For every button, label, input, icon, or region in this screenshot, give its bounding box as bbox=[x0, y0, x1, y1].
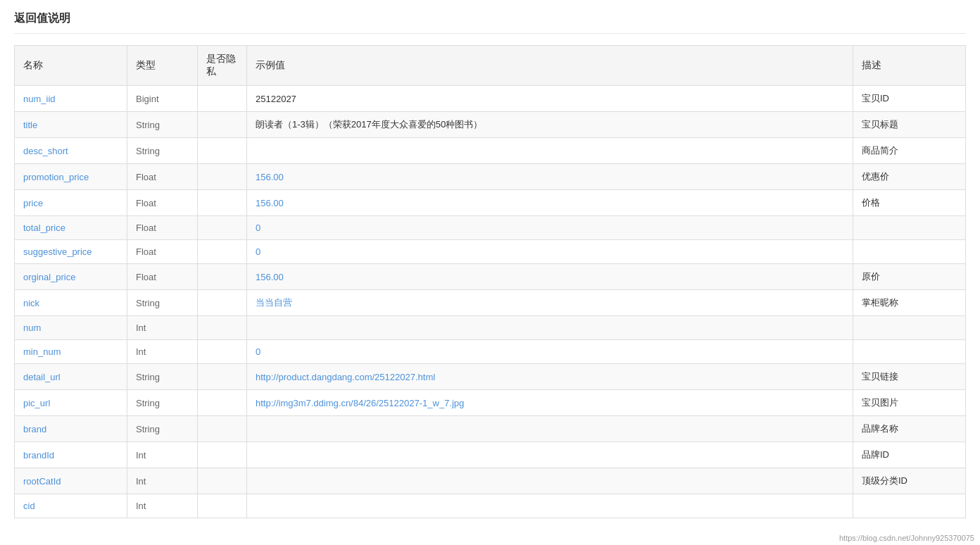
cell-desc: 掌柜昵称 bbox=[853, 290, 966, 316]
example-value: 156.00 bbox=[256, 272, 284, 282]
table-row: nickString当当自营掌柜昵称 bbox=[15, 290, 966, 316]
cell-is-private bbox=[198, 468, 247, 494]
cell-is-private bbox=[198, 494, 247, 518]
cell-is-private bbox=[198, 86, 247, 112]
cell-type: Int bbox=[127, 442, 198, 468]
cell-type: String bbox=[127, 390, 198, 416]
table-row: titleString朗读者（1-3辑）（荣获2017年度大众喜爱的50种图书）… bbox=[15, 112, 966, 138]
name-link[interactable]: min_num bbox=[23, 346, 61, 357]
cell-name[interactable]: brand bbox=[15, 416, 127, 442]
table-row: brandIdInt品牌ID bbox=[15, 442, 966, 468]
cell-desc bbox=[853, 340, 966, 364]
cell-name[interactable]: total_price bbox=[15, 216, 127, 240]
cell-desc: 商品简介 bbox=[853, 138, 966, 164]
cell-desc bbox=[853, 240, 966, 264]
name-link[interactable]: title bbox=[23, 120, 37, 130]
cell-example[interactable]: http://product.dangdang.com/25122027.htm… bbox=[247, 364, 853, 390]
example-value: 0 bbox=[256, 346, 260, 357]
cell-type: String bbox=[127, 364, 198, 390]
name-link[interactable]: pic_url bbox=[23, 398, 50, 408]
cell-name[interactable]: orginal_price bbox=[15, 264, 127, 290]
cell-type: Float bbox=[127, 264, 198, 290]
table-row: rootCatIdInt顶级分类ID bbox=[15, 468, 966, 494]
return-value-table: 名称 类型 是否隐私 示例值 描述 num_iidBigint25122027宝… bbox=[14, 45, 966, 518]
cell-example: 156.00 bbox=[247, 164, 853, 190]
cell-desc: 品牌ID bbox=[853, 442, 966, 468]
name-link[interactable]: brandId bbox=[23, 450, 54, 461]
page-title: 返回值说明 bbox=[14, 11, 966, 34]
header-desc: 描述 bbox=[853, 46, 966, 86]
cell-name[interactable]: detail_url bbox=[15, 364, 127, 390]
cell-name[interactable]: rootCatId bbox=[15, 468, 127, 494]
name-link[interactable]: rootCatId bbox=[23, 476, 61, 487]
cell-example: 0 bbox=[247, 340, 853, 364]
example-value: 156.00 bbox=[256, 172, 284, 182]
header-is-private: 是否隐私 bbox=[198, 46, 247, 86]
table-row: total_priceFloat0 bbox=[15, 216, 966, 240]
example-link[interactable]: http://img3m7.ddimg.cn/84/26/25122027-1_… bbox=[256, 398, 464, 408]
table-row: numInt bbox=[15, 316, 966, 340]
name-link[interactable]: price bbox=[23, 198, 43, 208]
cell-name[interactable]: pic_url bbox=[15, 390, 127, 416]
name-link[interactable]: cid bbox=[23, 501, 35, 511]
cell-is-private bbox=[198, 164, 247, 190]
name-link[interactable]: orginal_price bbox=[23, 272, 75, 282]
cell-desc: 宝贝ID bbox=[853, 86, 966, 112]
cell-name[interactable]: suggestive_price bbox=[15, 240, 127, 264]
name-link[interactable]: detail_url bbox=[23, 372, 61, 382]
cell-type: Float bbox=[127, 240, 198, 264]
table-row: priceFloat156.00价格 bbox=[15, 190, 966, 216]
example-value: 0 bbox=[256, 246, 260, 257]
cell-type: Float bbox=[127, 190, 198, 216]
cell-name[interactable]: nick bbox=[15, 290, 127, 316]
cell-is-private bbox=[198, 340, 247, 364]
cell-is-private bbox=[198, 364, 247, 390]
cell-name[interactable]: promotion_price bbox=[15, 164, 127, 190]
cell-name[interactable]: num_iid bbox=[15, 86, 127, 112]
table-row: suggestive_priceFloat0 bbox=[15, 240, 966, 264]
cell-example: 156.00 bbox=[247, 264, 853, 290]
cell-is-private bbox=[198, 240, 247, 264]
cell-example bbox=[247, 442, 853, 468]
name-link[interactable]: desc_short bbox=[23, 146, 68, 156]
cell-name[interactable]: price bbox=[15, 190, 127, 216]
cell-type: Int bbox=[127, 340, 198, 364]
cell-desc: 宝贝标题 bbox=[853, 112, 966, 138]
cell-example: 0 bbox=[247, 240, 853, 264]
cell-example bbox=[247, 416, 853, 442]
cell-name[interactable]: min_num bbox=[15, 340, 127, 364]
cell-example: 156.00 bbox=[247, 190, 853, 216]
cell-example: 朗读者（1-3辑）（荣获2017年度大众喜爱的50种图书） bbox=[247, 112, 853, 138]
cell-desc: 顶级分类ID bbox=[853, 468, 966, 494]
name-link[interactable]: nick bbox=[23, 298, 39, 308]
cell-is-private bbox=[198, 316, 247, 340]
table-row: promotion_priceFloat156.00优惠价 bbox=[15, 164, 966, 190]
cell-name[interactable]: cid bbox=[15, 494, 127, 518]
name-link[interactable]: brand bbox=[23, 424, 46, 434]
cell-is-private bbox=[198, 442, 247, 468]
cell-name[interactable]: num bbox=[15, 316, 127, 340]
cell-example bbox=[247, 316, 853, 340]
cell-example: 0 bbox=[247, 216, 853, 240]
header-type: 类型 bbox=[127, 46, 198, 86]
name-link[interactable]: num bbox=[23, 322, 41, 333]
table-header-row: 名称 类型 是否隐私 示例值 描述 bbox=[15, 46, 966, 86]
header-name: 名称 bbox=[15, 46, 127, 86]
example-link[interactable]: http://product.dangdang.com/25122027.htm… bbox=[256, 372, 435, 382]
table-row: min_numInt0 bbox=[15, 340, 966, 364]
cell-name[interactable]: brandId bbox=[15, 442, 127, 468]
cell-type: Bigint bbox=[127, 86, 198, 112]
cell-name[interactable]: desc_short bbox=[15, 138, 127, 164]
table-row: pic_urlStringhttp://img3m7.ddimg.cn/84/2… bbox=[15, 390, 966, 416]
cell-name[interactable]: title bbox=[15, 112, 127, 138]
name-link[interactable]: promotion_price bbox=[23, 172, 89, 182]
cell-example bbox=[247, 468, 853, 494]
name-link[interactable]: suggestive_price bbox=[23, 246, 92, 257]
name-link[interactable]: total_price bbox=[23, 223, 65, 233]
name-link[interactable]: num_iid bbox=[23, 94, 56, 104]
cell-is-private bbox=[198, 138, 247, 164]
table-row: cidInt bbox=[15, 494, 966, 518]
cell-desc bbox=[853, 494, 966, 518]
example-value: 0 bbox=[256, 223, 260, 233]
cell-example[interactable]: http://img3m7.ddimg.cn/84/26/25122027-1_… bbox=[247, 390, 853, 416]
